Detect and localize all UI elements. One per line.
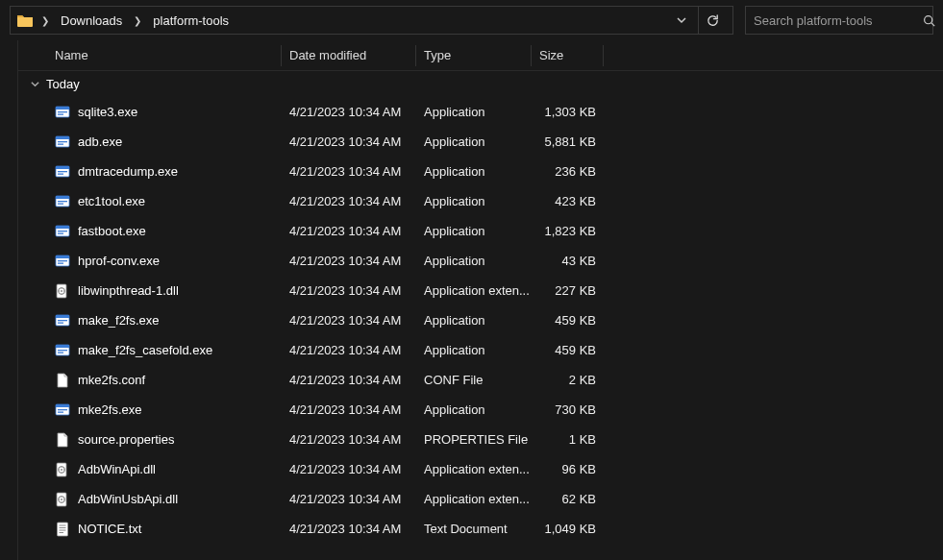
exe-file-icon [55,105,70,120]
file-date: 4/21/2023 10:34 AM [282,432,416,447]
file-row[interactable]: etc1tool.exe4/21/2023 10:34 AMApplicatio… [18,186,943,216]
file-type: Application [416,224,532,238]
svg-rect-59 [58,523,68,536]
svg-rect-24 [58,260,67,261]
file-date: 4/21/2023 10:34 AM [282,343,416,357]
svg-rect-36 [58,322,63,323]
breadcrumb-segment[interactable]: Downloads [57,12,126,30]
file-name: libwinpthread-1.dll [78,283,179,298]
file-row[interactable]: mke2fs.conf4/21/2023 10:34 AMCONF File2 … [18,365,943,395]
svg-rect-5 [58,113,63,114]
file-name: AdbWinUsbApi.dll [78,492,178,506]
file-date: 4/21/2023 10:34 AM [282,164,416,179]
file-name-cell: mke2fs.conf [49,373,282,388]
file-row[interactable]: AdbWinApi.dll4/21/2023 10:34 AMApplicati… [18,454,943,484]
toolbar: ❯ Downloads ❯ platform-tools [0,0,943,40]
exe-file-icon [55,402,70,418]
file-name-cell: AdbWinUsbApi.dll [49,492,282,507]
file-row[interactable]: AdbWinUsbApi.dll4/21/2023 10:34 AMApplic… [18,484,943,514]
file-name-cell: etc1tool.exe [49,194,282,209]
svg-rect-8 [58,141,67,142]
chevron-right-icon: ❯ [39,15,51,26]
search-box[interactable] [745,6,933,35]
file-row[interactable]: libwinpthread-1.dll4/21/2023 10:34 AMApp… [18,276,943,305]
chevron-down-icon[interactable] [670,14,693,26]
sidebar-strip [0,40,18,560]
file-row[interactable]: sqlite3.exe4/21/2023 10:34 AMApplication… [18,97,943,127]
file-type: PROPERTIES File [416,432,532,447]
column-headers: Name Date modified Type Size [18,40,943,71]
file-name-cell: make_f2fs_casefold.exe [49,343,282,358]
file-name-cell: mke2fs.exe [49,402,282,418]
file-type: Application [416,254,532,268]
search-input[interactable] [754,13,915,28]
exe-file-icon [55,194,70,209]
exe-file-icon [55,224,70,239]
exe-file-icon [55,313,70,329]
file-row[interactable]: make_f2fs.exe4/21/2023 10:34 AMApplicati… [18,305,943,335]
svg-rect-44 [58,411,63,412]
file-date: 4/21/2023 10:34 AM [282,105,416,119]
txt-file-icon [55,522,70,537]
column-header-size[interactable]: Size [532,45,604,66]
file-type: Application [416,164,532,179]
svg-rect-35 [58,320,67,321]
file-size: 96 KB [532,462,604,476]
svg-rect-43 [58,409,67,410]
file-name: make_f2fs_casefold.exe [78,343,212,357]
svg-point-0 [925,15,932,23]
file-type: Application [416,313,532,328]
svg-rect-4 [58,111,67,112]
file-date: 4/21/2023 10:34 AM [282,283,416,298]
file-type: Application [416,194,532,208]
file-date: 4/21/2023 10:34 AM [282,194,416,208]
file-name-cell: source.properties [49,432,282,448]
file-size: 459 KB [532,313,604,328]
svg-rect-42 [56,404,69,407]
folder-icon [16,12,34,29]
svg-point-54 [61,499,62,500]
file-row[interactable]: make_f2fs_casefold.exe4/21/2023 10:34 AM… [18,335,943,365]
file-type: Application [416,402,532,417]
file-name: fastboot.exe [78,224,146,238]
file-row[interactable]: hprof-conv.exe4/21/2023 10:34 AMApplicat… [18,246,943,276]
address-bar[interactable]: ❯ Downloads ❯ platform-tools [10,6,733,35]
search-icon[interactable] [923,14,935,27]
chevron-down-icon [30,79,40,89]
file-file-icon [55,373,70,388]
svg-rect-39 [58,350,67,351]
column-header-date[interactable]: Date modified [282,45,416,66]
svg-rect-25 [58,262,63,263]
file-name: hprof-conv.exe [78,254,160,268]
file-name: NOTICE.txt [78,522,141,536]
file-type: Application exten... [416,283,532,298]
file-date: 4/21/2023 10:34 AM [282,492,416,506]
file-date: 4/21/2023 10:34 AM [282,522,416,536]
svg-rect-12 [58,171,67,172]
svg-rect-20 [58,231,67,231]
svg-rect-15 [56,196,69,199]
svg-rect-9 [58,143,63,144]
file-size: 1,303 KB [532,105,604,119]
column-header-type[interactable]: Type [416,45,532,66]
refresh-button[interactable] [698,6,727,35]
file-name-cell: libwinpthread-1.dll [49,283,282,299]
dll-file-icon [55,283,70,299]
file-size: 2 KB [532,373,604,387]
file-row[interactable]: source.properties4/21/2023 10:34 AMPROPE… [18,425,943,454]
file-row[interactable]: dmtracedump.exe4/21/2023 10:34 AMApplica… [18,157,943,186]
svg-rect-38 [56,345,69,348]
group-header[interactable]: Today [18,71,943,97]
column-header-name[interactable]: Name [49,45,282,66]
file-type: CONF File [416,373,532,387]
file-row[interactable]: mke2fs.exe4/21/2023 10:34 AMApplication7… [18,395,943,425]
file-row[interactable]: adb.exe4/21/2023 10:34 AMApplication5,88… [18,127,943,157]
svg-rect-19 [56,226,69,229]
file-name: mke2fs.conf [78,373,145,387]
file-type: Application exten... [416,492,532,506]
breadcrumb-segment[interactable]: platform-tools [149,12,233,30]
file-type: Application [416,134,532,149]
file-row[interactable]: fastboot.exe4/21/2023 10:34 AMApplicatio… [18,216,943,246]
svg-line-1 [931,22,934,25]
file-row[interactable]: NOTICE.txt4/21/2023 10:34 AMText Documen… [18,514,943,544]
